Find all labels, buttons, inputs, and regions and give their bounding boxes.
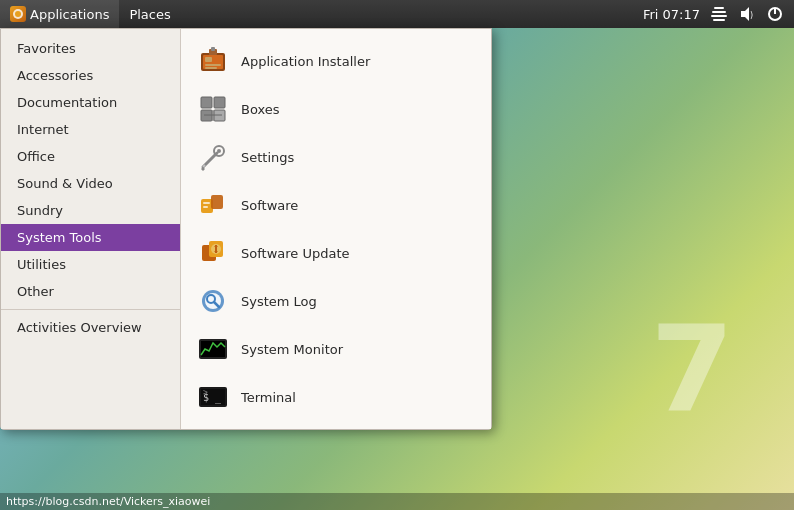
settings-icon	[197, 141, 229, 173]
taskbar: Applications Places Fri 07:17 )	[0, 0, 794, 28]
places-label: Places	[129, 7, 170, 22]
menu-item-internet[interactable]: Internet	[1, 116, 180, 143]
svg-rect-12	[205, 57, 212, 62]
svg-rect-28	[211, 195, 223, 209]
volume-icon[interactable]: )	[738, 5, 756, 23]
svg-marker-6	[741, 7, 749, 21]
clock: Fri 07:17	[643, 7, 700, 22]
power-icon[interactable]	[766, 5, 784, 23]
url-bar: https://blog.csdn.net/Vickers_xiaowei	[0, 493, 794, 510]
menu-item-documentation[interactable]: Documentation	[1, 89, 180, 116]
settings-label: Settings	[241, 150, 294, 165]
places-button[interactable]: Places	[119, 0, 180, 28]
network-icon[interactable]	[710, 5, 728, 23]
menu-right-item-software-update[interactable]: Software Update	[181, 229, 491, 277]
svg-rect-5	[713, 19, 725, 21]
taskbar-apps: Applications Places	[0, 0, 181, 28]
menu-item-sound-video[interactable]: Sound & Video	[1, 170, 180, 197]
menu-right-item-app-installer[interactable]: Application Installer	[181, 37, 491, 85]
svg-rect-14	[205, 67, 217, 69]
svg-point-25	[217, 149, 221, 153]
svg-rect-29	[203, 202, 210, 204]
menu-right-item-terminal[interactable]: $ _ > Terminal	[181, 373, 491, 421]
menu-item-system-tools[interactable]: System Tools	[1, 224, 180, 251]
svg-text:>: >	[203, 388, 208, 397]
menu-right-item-software[interactable]: Software	[181, 181, 491, 229]
system-monitor-label: System Monitor	[241, 342, 343, 357]
software-icon	[197, 189, 229, 221]
applications-menu-button[interactable]: Applications	[0, 0, 119, 28]
svg-text:): )	[750, 11, 753, 20]
software-label: Software	[241, 198, 298, 213]
system-log-label: System Log	[241, 294, 317, 309]
svg-line-26	[203, 165, 205, 167]
menu-bottom-section: Activities Overview	[1, 309, 180, 341]
menu-item-utilities[interactable]: Utilities	[1, 251, 180, 278]
svg-rect-18	[214, 97, 225, 108]
menu-left-panel: Favorites Accessories Documentation Inte…	[1, 29, 181, 429]
svg-rect-2	[712, 11, 726, 13]
desktop-watermark: 7	[651, 310, 735, 430]
applications-menu: Favorites Accessories Documentation Inte…	[0, 28, 492, 430]
system-log-icon	[197, 285, 229, 317]
svg-rect-13	[205, 64, 221, 66]
boxes-icon	[197, 93, 229, 125]
system-monitor-icon	[197, 333, 229, 365]
menu-item-office[interactable]: Office	[1, 143, 180, 170]
menu-item-other[interactable]: Other	[1, 278, 180, 305]
menu-right-panel: Application Installer Boxes	[181, 29, 491, 429]
terminal-label: Terminal	[241, 390, 296, 405]
menu-item-accessories[interactable]: Accessories	[1, 62, 180, 89]
applications-label: Applications	[30, 7, 109, 22]
app-installer-icon	[197, 45, 229, 77]
boxes-label: Boxes	[241, 102, 280, 117]
svg-rect-17	[201, 97, 212, 108]
menu-right-item-boxes[interactable]: Boxes	[181, 85, 491, 133]
applications-icon	[10, 6, 26, 22]
app-installer-label: Application Installer	[241, 54, 370, 69]
desktop: Applications Places Fri 07:17 )	[0, 0, 794, 510]
svg-rect-4	[714, 7, 724, 9]
taskbar-right: Fri 07:17 )	[643, 5, 794, 23]
menu-right-item-system-log[interactable]: System Log	[181, 277, 491, 325]
menu-right-item-settings[interactable]: Settings	[181, 133, 491, 181]
svg-rect-30	[203, 206, 208, 208]
svg-rect-34	[215, 245, 217, 253]
software-update-label: Software Update	[241, 246, 350, 261]
menu-right-item-system-monitor[interactable]: System Monitor	[181, 325, 491, 373]
menu-item-sundry[interactable]: Sundry	[1, 197, 180, 224]
svg-point-1	[15, 11, 21, 17]
activities-overview-button[interactable]: Activities Overview	[1, 314, 180, 341]
menu-item-favorites[interactable]: Favorites	[1, 35, 180, 62]
terminal-icon: $ _ >	[197, 381, 229, 413]
software-update-icon	[197, 237, 229, 269]
svg-rect-3	[711, 15, 727, 17]
svg-rect-16	[211, 47, 215, 51]
